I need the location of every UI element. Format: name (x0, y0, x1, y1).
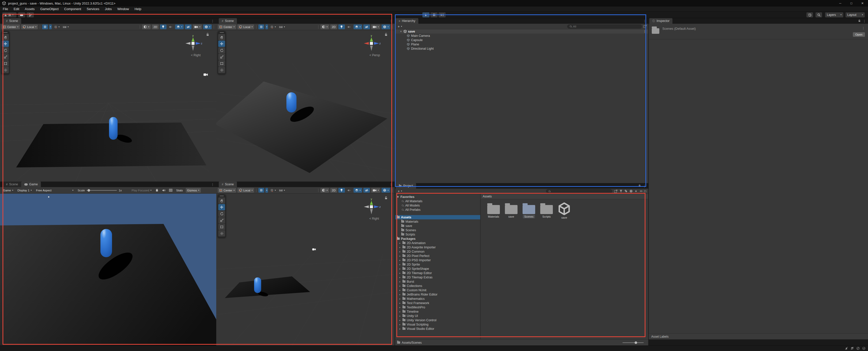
menu-help[interactable]: Help (132, 6, 144, 11)
scale-tool[interactable] (218, 54, 225, 60)
menu-component[interactable]: Component (61, 6, 84, 11)
search-button[interactable] (815, 12, 822, 18)
tree-assets-root[interactable]: Assets (395, 215, 480, 219)
scene-camera-dropdown[interactable]: ▾ (371, 25, 380, 29)
snap-settings-dropdown[interactable]: ▾ (278, 188, 286, 193)
move-tool[interactable] (2, 41, 9, 47)
vsync-grid-button[interactable] (168, 188, 173, 193)
orientation-dropdown[interactable]: Local▾ (238, 188, 254, 193)
scene-options-icon[interactable]: ⋮ (641, 30, 648, 33)
menu-gameobject[interactable]: GameObject (37, 6, 61, 11)
play-focused-dropdown[interactable]: Play Focused▾ (130, 188, 153, 193)
move-tool[interactable] (218, 204, 225, 210)
tree-all-materials[interactable]: All Materials (395, 199, 480, 203)
tree-package[interactable]: ▸Burst (395, 279, 480, 284)
tree-package[interactable]: ▸2D PSD Importer (395, 258, 480, 262)
asset-scene-save[interactable]: save (556, 202, 572, 219)
tree-package[interactable]: ▸2D Animation (395, 241, 480, 245)
open-in-search-icon[interactable] (614, 190, 617, 193)
scene-viewport-top-left[interactable]: y z < Right (0, 30, 216, 182)
hierarchy-create-button[interactable]: + ▾ (397, 24, 403, 29)
2d-toggle[interactable]: 2D (330, 25, 337, 29)
rotate-tool[interactable] (218, 211, 225, 217)
camera-gizmo-icon[interactable] (204, 73, 208, 76)
game-target-dropdown[interactable]: Game▾ (1, 188, 14, 193)
notifications-muted-icon[interactable] (845, 347, 848, 350)
pivot-dropdown[interactable]: Center▾ (218, 188, 236, 193)
shading-mode-dropdown[interactable]: ▾ (320, 25, 329, 29)
move-tool[interactable] (218, 41, 225, 47)
audio-toggle[interactable] (346, 188, 352, 193)
tab-scene-top-right[interactable]: #Scene (219, 18, 237, 24)
transform-tool[interactable] (218, 67, 225, 73)
menu-assets[interactable]: Assets (22, 6, 37, 11)
version-control-button[interactable] (27, 12, 34, 18)
transform-tool[interactable] (218, 230, 225, 236)
asset-folder-save[interactable]: save (503, 205, 520, 218)
filter-type-icon[interactable] (619, 190, 622, 193)
game-viewport[interactable] (0, 194, 216, 346)
layers-dropdown[interactable]: Layers▾ (825, 12, 843, 18)
view-gizmo-label[interactable]: < Right (191, 54, 200, 57)
view-gizmo-label[interactable]: < Right (369, 217, 379, 220)
tree-package[interactable]: ▸TextMeshPro (395, 305, 480, 309)
panel-lock-icon[interactable] (639, 184, 641, 188)
asset-folder-scripts[interactable]: Scripts (538, 205, 555, 218)
aspect-dropdown[interactable]: Free Aspect▾ (35, 188, 75, 193)
debug-button[interactable] (154, 188, 160, 193)
step-button[interactable] (438, 12, 445, 18)
hand-tool[interactable] (2, 34, 9, 40)
transform-tool[interactable] (2, 67, 9, 73)
cloud-button[interactable] (18, 12, 25, 18)
grid-snap-caret[interactable]: ▾ (49, 25, 52, 29)
hierarchy-item-plane[interactable]: Plane (395, 42, 648, 46)
hierarchy-search-input[interactable] (567, 25, 642, 29)
tree-package[interactable]: ▸2D Pixel Perfect (395, 254, 480, 258)
tab-hierarchy[interactable]: ≡Hierarchy (396, 18, 418, 24)
tree-all-models[interactable]: All Models (395, 203, 480, 208)
grid-snap-caret[interactable]: ▾ (266, 188, 268, 193)
tree-folder-save[interactable]: save (395, 224, 480, 228)
scale-slider[interactable] (87, 190, 117, 191)
palette-drag-handle[interactable] (220, 196, 224, 196)
play-button[interactable] (423, 12, 430, 18)
minimize-button[interactable]: ─ (835, 0, 846, 6)
scene-visibility-toggle[interactable] (363, 25, 370, 29)
tree-package[interactable]: ▸Collections (395, 284, 480, 288)
effects-dropdown[interactable]: ▾ (353, 188, 362, 193)
hand-tool[interactable] (218, 34, 225, 40)
tree-package[interactable]: ▸Timeline (395, 309, 480, 314)
scene-camera-dropdown[interactable]: ▾ (193, 25, 202, 29)
tree-package[interactable]: ▸Mathematics (395, 296, 480, 301)
tree-package[interactable]: ▸2D Tilemap Extras (395, 275, 480, 279)
layers-disabled-icon[interactable] (850, 347, 854, 350)
filter-label-icon[interactable] (624, 190, 627, 193)
panel-menu-icon[interactable]: ⋮ (641, 19, 648, 23)
panel-menu-icon[interactable]: ⋮ (209, 183, 216, 186)
effects-dropdown[interactable]: ▾ (175, 25, 184, 29)
increment-snap-toggle[interactable]: ▾ (269, 25, 277, 29)
panel-menu-icon[interactable]: ⋮ (209, 19, 216, 23)
panel-menu-icon[interactable]: ⋮ (387, 19, 395, 23)
axis-orientation-gizmo[interactable]: y z (362, 198, 380, 216)
maximize-button[interactable]: □ (846, 0, 857, 6)
thumbnail-zoom-slider[interactable] (622, 343, 644, 343)
audio-toggle[interactable] (346, 25, 352, 29)
tree-folder-scripts[interactable]: Scripts (395, 232, 480, 236)
scene-visibility-toggle[interactable] (185, 25, 191, 29)
inspector-menu-icon[interactable]: ⋮ (860, 26, 867, 30)
hierarchy-item-directional-light[interactable]: Directional Light (395, 46, 648, 51)
tab-project[interactable]: Project (396, 183, 416, 189)
effects-dropdown[interactable]: ▾ (353, 25, 362, 29)
tree-package[interactable]: ▸2D Aseprite Importer (395, 245, 480, 249)
camera-gizmo-icon[interactable] (312, 248, 316, 251)
stats-button[interactable]: Stats (175, 188, 184, 193)
scale-tool[interactable] (218, 217, 225, 223)
menu-jobs[interactable]: Jobs (102, 6, 114, 11)
lock-icon[interactable] (384, 33, 388, 36)
cache-disabled-icon[interactable] (857, 347, 860, 350)
tree-packages-root[interactable]: Packages (395, 236, 480, 241)
orientation-dropdown[interactable]: Local▾ (21, 25, 38, 29)
increment-snap-toggle[interactable]: ▾ (53, 25, 61, 29)
snap-settings-dropdown[interactable]: ▾ (278, 25, 286, 29)
